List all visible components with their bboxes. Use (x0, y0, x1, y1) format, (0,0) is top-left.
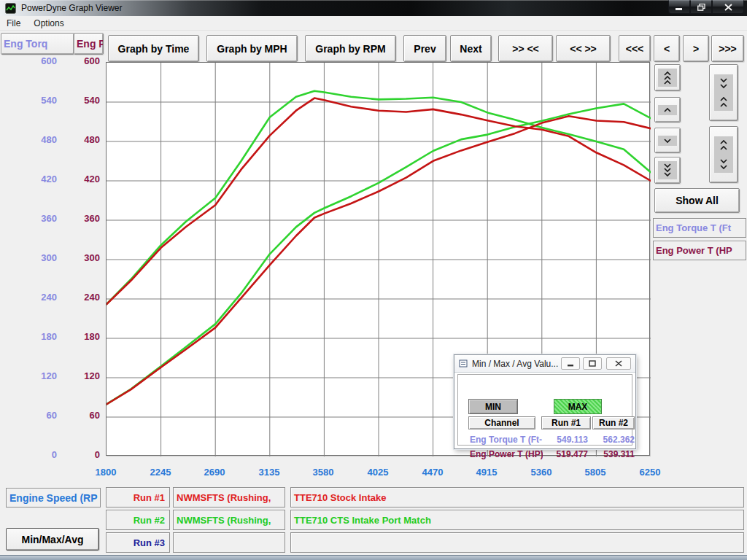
y-tick-power: 60 (66, 410, 100, 421)
minmax-dialog: Min / Max / Avg Valu... MIN MAX ChannelR… (454, 354, 636, 449)
minmax-col-header: Run #1 (541, 416, 591, 429)
chevrons-collapse-icon (714, 74, 733, 111)
minmax-channel-label: Eng Power T (HP) (470, 449, 543, 459)
scroll-right-button[interactable]: > (683, 35, 709, 62)
y-tick-torque: 300 (22, 252, 57, 263)
scroll-up-fast-button[interactable] (654, 64, 681, 91)
run-description-box: TTE710 CTS Intake Port Match (290, 510, 744, 530)
scroll-down-button[interactable] (654, 128, 681, 153)
y-tick-power: 120 (66, 370, 100, 381)
triple-chevron-down-icon (658, 161, 677, 179)
y-tick-power: 360 (66, 213, 100, 224)
x-tick-rpm: 4025 (360, 467, 396, 478)
minmax-run2-value: 562.362 (589, 435, 635, 445)
minmax-run2-value: 539.311 (589, 449, 635, 459)
y-tick-power: 600 (66, 55, 100, 66)
dialog-restore-button[interactable] (583, 357, 602, 370)
x-tick-rpm: 4470 (414, 467, 451, 478)
run-label-box: Run #3 (106, 532, 170, 553)
chevron-down-icon (658, 136, 677, 146)
max-toggle-button[interactable]: MAX (554, 399, 602, 414)
y-tick-power: 480 (66, 134, 100, 145)
prev-button[interactable]: Prev (403, 35, 446, 62)
x-axis-channel-box: Engine Speed (RP (6, 488, 101, 508)
y-tick-power: 420 (66, 174, 100, 184)
x-tick-rpm: 4915 (468, 467, 505, 478)
minmax-col-header: Channel (468, 416, 535, 429)
y-tick-torque: 600 (22, 55, 57, 66)
x-tick-rpm: 3135 (251, 467, 287, 478)
restore-button[interactable] (690, 0, 712, 14)
close-button[interactable] (712, 0, 744, 14)
run-label-box: Run #2 (106, 510, 170, 530)
chevrons-expand-icon (714, 136, 733, 173)
minmax-dialog-title: Min / Max / Avg Valu... (472, 359, 558, 369)
chevron-up-icon (658, 105, 677, 115)
x-tick-rpm: 5360 (523, 467, 560, 478)
app-icon (5, 3, 16, 14)
dialog-icon (459, 357, 468, 370)
scroll-left-fast-button[interactable]: <<< (619, 35, 651, 62)
y-tick-power: 240 (66, 292, 100, 303)
y-tick-torque: 240 (22, 292, 57, 303)
dyno-name-box (173, 532, 285, 553)
minmax-avg-button[interactable]: Min/Max/Avg (6, 528, 99, 551)
minmax-run1-value: 519.477 (540, 449, 588, 459)
dyno-name-box: NWMSFTS (Rushing, (173, 510, 285, 530)
minmax-run1-value: 549.113 (540, 435, 588, 445)
run-label-box: Run #1 (106, 487, 170, 508)
menu-options[interactable]: Options (27, 18, 70, 28)
scroll-right-fast-button[interactable]: >>> (711, 35, 744, 62)
dialog-minimize-button[interactable] (561, 357, 580, 370)
minimize-button[interactable] (668, 0, 690, 14)
triple-chevron-up-icon (658, 69, 677, 87)
menu-file[interactable]: File (0, 18, 27, 28)
x-tick-rpm: 2245 (142, 467, 179, 478)
graph-by-rpm-button[interactable]: Graph by RPM (305, 35, 396, 62)
x-tick-rpm: 2690 (196, 467, 233, 478)
minmax-col-header: Run #2 (592, 416, 635, 429)
x-tick-rpm: 6250 (632, 467, 668, 478)
y-tick-torque: 360 (22, 213, 57, 224)
graph-by-mph-button[interactable]: Graph by MPH (206, 35, 298, 62)
zoom-in-x-button[interactable]: >> << (498, 35, 553, 62)
minmax-dialog-title-bar[interactable]: Min / Max / Avg Valu... (454, 355, 635, 373)
right-power-channel-label: Eng Power T (HP (653, 241, 746, 260)
y-tick-power: 180 (66, 331, 100, 342)
y-tick-torque: 540 (22, 95, 57, 106)
scroll-left-button[interactable]: < (654, 35, 680, 62)
right-torque-channel-label: Eng Torque T (Ft (653, 218, 746, 238)
title-bar[interactable]: PowerDyne Graph Viewer (0, 0, 747, 16)
run-description-box: TTE710 Stock Intake (290, 487, 744, 508)
scroll-down-fast-button[interactable] (654, 157, 681, 184)
minmax-channel-label: Eng Torque T (Ft- (470, 435, 543, 445)
next-button[interactable]: Next (450, 35, 492, 62)
window-controls (668, 0, 744, 15)
y-tick-torque: 60 (22, 410, 57, 421)
window-bottom-border (0, 555, 747, 560)
y-tick-power: 540 (66, 95, 100, 106)
zoom-in-vertical-button[interactable] (709, 64, 738, 121)
x-tick-rpm: 1800 (88, 467, 124, 478)
menu-bar: File Options (0, 16, 747, 31)
torque-channel-button[interactable]: Eng Torq (1, 33, 74, 55)
min-toggle-button[interactable]: MIN (468, 399, 518, 414)
scroll-up-button[interactable] (654, 97, 681, 122)
power-channel-button[interactable]: Eng Powe (74, 33, 104, 55)
x-tick-rpm: 5805 (577, 467, 614, 478)
run-description-box (290, 532, 744, 553)
minmax-dialog-body: MIN MAX ChannelRun #1Run #2Eng Torque T … (457, 374, 632, 446)
zoom-out-x-button[interactable]: << >> (556, 35, 611, 62)
y-tick-torque: 420 (22, 174, 57, 184)
show-all-button[interactable]: Show All (654, 188, 740, 213)
y-tick-torque: 180 (22, 331, 57, 342)
y-tick-power: 0 (66, 449, 100, 460)
y-tick-torque: 0 (22, 449, 57, 460)
dyno-name-box: NWMSFTS (Rushing, (173, 487, 285, 508)
graph-by-time-button[interactable]: Graph by Time (108, 35, 199, 62)
dialog-close-button[interactable] (606, 357, 631, 370)
zoom-out-vertical-button[interactable] (709, 126, 738, 183)
y-tick-torque: 120 (22, 370, 57, 381)
x-tick-rpm: 3580 (305, 467, 341, 478)
y-tick-power: 300 (66, 252, 100, 263)
